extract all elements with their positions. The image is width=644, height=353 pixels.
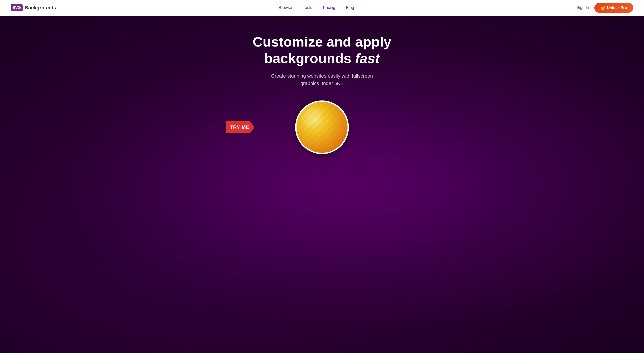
- nav-link-browse[interactable]: Browse: [278, 5, 292, 10]
- try-me-label: TRY ME: [230, 124, 250, 130]
- nav-item-tools[interactable]: Tools: [303, 5, 312, 10]
- hero-title-line2: backgrounds: [264, 51, 355, 66]
- navbar: SVG Backgrounds Browse Tools Pricing Blo…: [0, 0, 644, 16]
- nav-menu: Browse Tools Pricing Blog: [278, 5, 354, 10]
- logo-brand-name: Backgrounds: [25, 5, 56, 11]
- hero-title: Customize and apply backgrounds fast: [253, 34, 391, 67]
- nav-link-blog[interactable]: Blog: [346, 5, 354, 10]
- hero-section: Customize and apply backgrounds fast Cre…: [0, 16, 644, 353]
- unlock-pro-button[interactable]: 👑 Unlock Pro: [594, 3, 633, 13]
- crown-icon: 👑: [600, 6, 605, 10]
- circle-cta-button[interactable]: [295, 100, 349, 154]
- logo-svg-badge: SVG: [11, 4, 22, 11]
- logo-link[interactable]: SVG Backgrounds: [11, 4, 56, 11]
- nav-link-tools[interactable]: Tools: [303, 5, 312, 10]
- hero-title-line1: Customize and apply: [253, 34, 391, 50]
- hero-title-italic: fast: [355, 51, 380, 66]
- navbar-actions: Sign In 👑 Unlock Pro: [576, 3, 633, 13]
- hero-content: Customize and apply backgrounds fast Cre…: [253, 34, 391, 154]
- nav-link-pricing[interactable]: Pricing: [323, 5, 335, 10]
- nav-item-browse[interactable]: Browse: [278, 5, 292, 10]
- nav-item-blog[interactable]: Blog: [346, 5, 354, 10]
- unlock-pro-label: Unlock Pro: [607, 6, 627, 10]
- cta-area: TRY ME: [253, 100, 391, 154]
- nav-item-pricing[interactable]: Pricing: [323, 5, 335, 10]
- try-me-badge: TRY ME: [226, 121, 254, 133]
- sign-in-link[interactable]: Sign In: [576, 5, 589, 10]
- hero-subtitle: Create stunning websites easily with ful…: [268, 72, 376, 87]
